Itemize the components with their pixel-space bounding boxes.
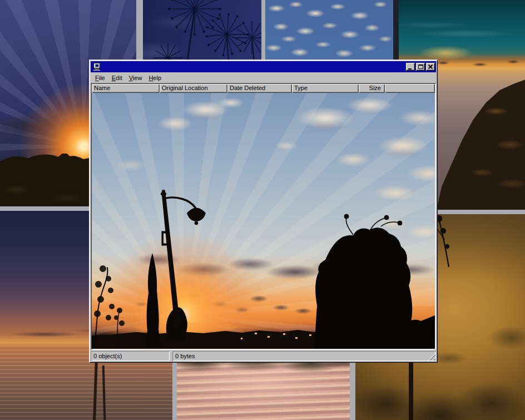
column-header-original-location[interactable]: Original Location [160, 84, 227, 93]
column-header-type[interactable]: Type [292, 84, 359, 93]
maximize-icon [418, 65, 423, 69]
status-total-size: 0 bytes [172, 351, 436, 361]
column-header-filler [385, 84, 435, 93]
column-header-row: Name Original Location Date Deleted Type… [92, 84, 435, 93]
status-object-count: 0 object(s) [91, 351, 170, 361]
resize-grip[interactable] [428, 353, 435, 360]
menu-file[interactable]: File [92, 74, 108, 82]
computer-icon[interactable] [92, 62, 101, 71]
file-list-view: Name Original Location Date Deleted Type… [91, 83, 436, 350]
status-total-size-text: 0 bytes [175, 353, 195, 359]
status-bar: 0 object(s) 0 bytes [91, 350, 436, 361]
menu-edit[interactable]: Edit [108, 74, 126, 82]
screen-shape [95, 64, 98, 67]
window-controls [405, 63, 435, 71]
maximize-button[interactable] [416, 63, 425, 71]
list-area-background-photo[interactable] [92, 93, 435, 349]
monitor-shape [93, 63, 100, 68]
title-bar[interactable] [91, 61, 436, 72]
column-header-size[interactable]: Size [359, 84, 385, 93]
menu-help[interactable]: Help [145, 74, 165, 82]
menu-bar: File Edit View Help [91, 72, 436, 82]
close-icon [428, 65, 433, 69]
photo-silhouettes [92, 93, 435, 349]
column-header-date-deleted[interactable]: Date Deleted [227, 84, 292, 93]
minimize-icon [408, 68, 412, 70]
close-button[interactable] [426, 63, 435, 71]
pole-silhouette [409, 362, 413, 420]
column-header-name[interactable]: Name [92, 84, 160, 93]
minimize-button[interactable] [406, 63, 415, 71]
menu-view[interactable]: View [126, 74, 146, 82]
recycle-bin-window: File Edit View Help Name Original Locati… [89, 60, 438, 363]
desktop: File Edit View Help Name Original Locati… [0, 0, 525, 420]
keyboard-shape [93, 70, 101, 71]
